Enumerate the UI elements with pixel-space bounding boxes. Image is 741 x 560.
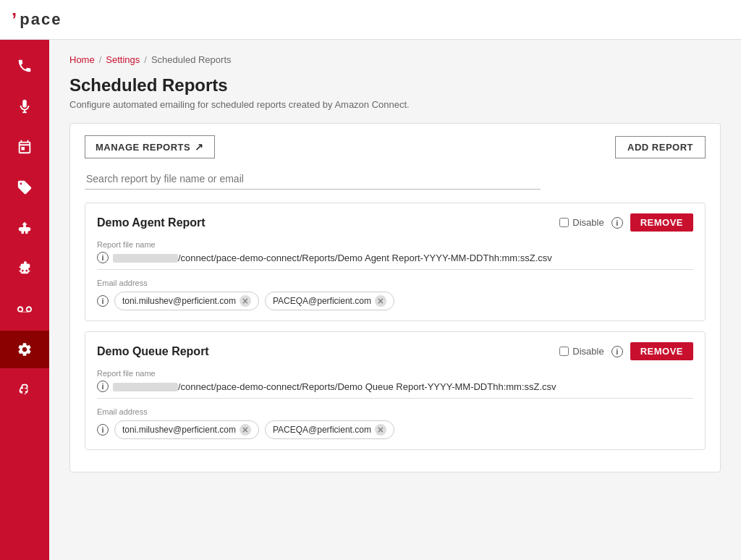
reports-list: Demo Agent Report Disable i REMOVE Repor… [85, 203, 706, 450]
breadcrumb-sep-2: / [144, 54, 147, 65]
logo-text: pace [20, 10, 62, 29]
disable-label-demo-queue[interactable]: Disable [559, 346, 604, 357]
sidebar-item-calendar[interactable] [0, 128, 49, 166]
email-text-demo-queue-1: PACEQA@perficient.com [273, 425, 371, 435]
disable-text-demo-queue: Disable [572, 346, 604, 357]
main-content: Home / Settings / Scheduled Reports Sche… [49, 40, 741, 560]
file-name-demo-queue: /connect/pace-demo-connect/Reports/Demo … [113, 381, 693, 392]
sidebar-item-phone[interactable] [0, 47, 49, 85]
search-input[interactable] [85, 169, 541, 190]
breadcrumb: Home / Settings / Scheduled Reports [69, 54, 721, 65]
logo: ’ pace [12, 9, 62, 31]
manage-reports-label: MANAGE REPORTS [96, 142, 190, 153]
disable-text-demo-agent: Disable [572, 217, 604, 228]
file-label-demo-queue: Report file name [97, 369, 693, 378]
email-info-icon-demo-queue: i [97, 424, 109, 436]
file-name-row-demo-queue: i /connect/pace-demo-connect/Reports/Dem… [97, 381, 693, 399]
action-bar: MANAGE REPORTS ↗ ADD REPORT [85, 135, 706, 158]
chip-close-demo-agent-0[interactable]: × [240, 295, 251, 307]
file-prefix-blur-demo-queue [113, 383, 178, 391]
sidebar [0, 40, 49, 560]
report-item-demo-queue: Demo Queue Report Disable i REMOVE Repor… [85, 331, 706, 450]
sidebar-item-git[interactable] [0, 209, 49, 247]
breadcrumb-current: Scheduled Reports [151, 54, 232, 65]
file-prefix-blur-demo-agent [113, 254, 178, 263]
email-text-demo-agent-1: PACEQA@perficient.com [273, 296, 371, 306]
report-item-demo-agent: Demo Agent Report Disable i REMOVE Repor… [85, 203, 706, 321]
sidebar-item-bot[interactable] [0, 250, 49, 287]
email-row-demo-agent: i toni.milushev@perficient.com × PACEQA@… [97, 292, 693, 310]
sidebar-item-microphone[interactable] [0, 88, 49, 125]
email-info-icon-demo-agent: i [97, 295, 109, 307]
email-chip-demo-queue-0: toni.milushev@perficient.com × [114, 420, 259, 439]
file-info-icon-demo-agent: i [97, 252, 109, 263]
email-row-demo-queue: i toni.milushev@perficient.com × PACEQA@… [97, 420, 693, 439]
email-text-demo-queue-0: toni.milushev@perficient.com [122, 425, 236, 435]
add-report-button[interactable]: ADD REPORT [615, 136, 706, 158]
email-chip-demo-queue-1: PACEQA@perficient.com × [265, 420, 394, 439]
report-name-demo-agent: Demo Agent Report [97, 216, 206, 229]
logo-icon: ’ [12, 9, 17, 31]
report-actions-demo-queue: Disable i REMOVE [559, 342, 693, 360]
info-icon-demo-agent: i [611, 217, 623, 229]
chip-close-demo-agent-1[interactable]: × [375, 295, 386, 307]
email-text-demo-agent-0: toni.milushev@perficient.com [122, 296, 236, 306]
disable-checkbox-demo-queue[interactable] [559, 347, 569, 356]
disable-checkbox-demo-agent[interactable] [559, 218, 569, 227]
chip-close-demo-queue-1[interactable]: × [375, 424, 386, 436]
remove-button-demo-agent[interactable]: REMOVE [630, 213, 693, 232]
topbar: ’ pace [0, 0, 741, 40]
sidebar-item-tags[interactable] [0, 169, 49, 206]
reports-card: MANAGE REPORTS ↗ ADD REPORT Demo Agent R… [69, 123, 721, 472]
report-name-demo-queue: Demo Queue Report [97, 345, 209, 358]
chip-close-demo-queue-0[interactable]: × [240, 424, 251, 436]
disable-label-demo-agent[interactable]: Disable [559, 217, 604, 228]
add-report-label: ADD REPORT [627, 142, 693, 153]
main-layout: Home / Settings / Scheduled Reports Sche… [0, 40, 741, 560]
file-name-row-demo-agent: i /connect/pace-demo-connect/Reports/Dem… [97, 252, 693, 270]
report-header-demo-queue: Demo Queue Report Disable i REMOVE [97, 342, 693, 360]
email-label-demo-agent: Email address [97, 279, 693, 287]
breadcrumb-home[interactable]: Home [69, 54, 95, 65]
email-label-demo-queue: Email address [97, 407, 693, 416]
report-header-demo-agent: Demo Agent Report Disable i REMOVE [97, 213, 693, 232]
page-subtitle: Configure automated emailing for schedul… [69, 99, 721, 110]
sidebar-item-brain[interactable] [0, 371, 49, 409]
sidebar-item-voicemail[interactable] [0, 290, 49, 328]
external-link-icon: ↗ [195, 141, 204, 153]
remove-button-demo-queue[interactable]: REMOVE [630, 342, 693, 360]
email-chip-demo-agent-1: PACEQA@perficient.com × [265, 292, 394, 310]
file-name-demo-agent: /connect/pace-demo-connect/Reports/Demo … [113, 253, 693, 263]
sidebar-item-settings[interactable] [0, 331, 49, 368]
search-container [85, 169, 706, 190]
breadcrumb-sep-1: / [99, 54, 102, 65]
manage-reports-button[interactable]: MANAGE REPORTS ↗ [85, 135, 215, 158]
page-title: Scheduled Reports [69, 75, 721, 96]
email-chip-demo-agent-0: toni.milushev@perficient.com × [114, 292, 259, 310]
report-actions-demo-agent: Disable i REMOVE [559, 213, 693, 232]
breadcrumb-settings[interactable]: Settings [106, 54, 140, 65]
file-label-demo-agent: Report file name [97, 240, 693, 249]
info-icon-demo-queue: i [611, 346, 623, 357]
file-info-icon-demo-queue: i [97, 381, 109, 392]
